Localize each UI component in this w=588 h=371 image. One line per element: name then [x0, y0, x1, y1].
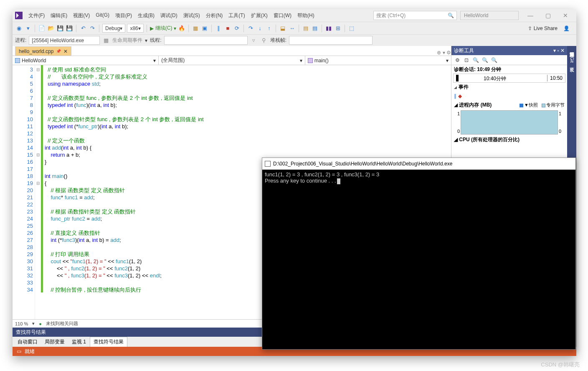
fold-column[interactable]: ⊟⊟⊟: [35, 65, 41, 319]
menu-item[interactable]: 编辑(E): [48, 11, 70, 20]
pause-icon[interactable]: ∥: [215, 25, 222, 32]
console-icon: [265, 161, 271, 167]
events-header[interactable]: 事件: [451, 83, 567, 91]
bottom-tab[interactable]: 查找符号结果: [90, 337, 127, 347]
menu-item[interactable]: 分析(N): [203, 11, 226, 20]
solution-name-box: HelloWorld: [460, 11, 519, 20]
vs-logo-icon: [15, 12, 23, 19]
tb-icon-c[interactable]: ▤: [302, 25, 309, 32]
maximize-button[interactable]: ▢: [540, 11, 556, 20]
console-title-bar[interactable]: D:\002_Project\006_Visual_Studio\HelloWo…: [262, 158, 575, 170]
pause-icon: ∥: [454, 93, 456, 99]
status-text: 就绪: [25, 348, 35, 355]
menu-item[interactable]: 调试(D): [158, 11, 180, 20]
tab-overflow[interactable]: ⊕ ▾ ⚙: [437, 50, 451, 56]
undo-icon[interactable]: ↶: [79, 25, 87, 32]
memory-header[interactable]: ◢ 进程内存 (MB) ▼快照 专用字节: [451, 101, 567, 109]
standard-toolbar: ◉ ▾ 📄 📂 💾 💾 ↶ ↷ Debug ▾ x86 ▾ ▶ 继续(C) ▾ …: [13, 22, 576, 34]
console-window[interactable]: D:\002_Project\006_Visual_Studio\HelloWo…: [262, 158, 576, 350]
nav-project[interactable]: HelloWorld▾: [13, 56, 159, 65]
diag-toolbar: ⚙ ⊡ 🔍 🔍 🔍: [451, 55, 567, 65]
hot-reload-icon[interactable]: 🔥: [178, 25, 185, 32]
tb-icon-a[interactable]: ⬓: [279, 25, 286, 32]
zoom-fit-icon[interactable]: 🔍: [491, 57, 497, 64]
menu-item[interactable]: 项目(P): [113, 11, 134, 20]
pin-icon[interactable]: 📌: [56, 49, 61, 53]
no-issues-icon: ●: [39, 321, 42, 326]
tb-icon-e[interactable]: ▮▮: [325, 25, 332, 32]
process-label: 进程:: [15, 37, 26, 44]
tb-icon-d[interactable]: ▤: [311, 25, 319, 32]
zoom-reset-icon[interactable]: ⊡: [463, 57, 470, 64]
menu-item[interactable]: 视图(V): [71, 11, 92, 20]
bottom-tab[interactable]: 自动窗口: [14, 337, 41, 347]
share-icon: ⇪: [528, 25, 532, 31]
process-combo[interactable]: [25564] HelloWorld.exe: [29, 36, 100, 45]
menu-item[interactable]: 工具(T): [226, 11, 247, 20]
new-file-icon[interactable]: 📄: [38, 25, 46, 32]
save-icon[interactable]: 💾: [56, 25, 64, 32]
continue-button[interactable]: ▶ 继续(C) ▾: [150, 25, 177, 32]
open-icon[interactable]: 📂: [47, 25, 55, 32]
redo-icon[interactable]: ↷: [89, 25, 96, 32]
menu-bar: 文件(F)编辑(E)视图(V)Git(G)项目(P)生成(B)调试(D)测试(S…: [13, 9, 576, 22]
menu-item[interactable]: 文件(F): [26, 11, 47, 20]
chevron-down-icon[interactable]: ▾: [24, 25, 32, 32]
platform-combo[interactable]: x86 ▾: [127, 24, 143, 33]
thread-combo[interactable]: [164, 36, 248, 45]
thread-icon[interactable]: ⚲: [260, 37, 268, 44]
menu-item[interactable]: Git(G): [93, 11, 112, 20]
tb-icon-g[interactable]: ⬚: [348, 25, 355, 32]
stackframe-combo[interactable]: [289, 36, 373, 45]
save-all-icon[interactable]: 💾: [66, 25, 73, 32]
console-output: func1(1, 2) = 3 , func2(1, 2) = 3 , func…: [262, 170, 575, 349]
menu-item[interactable]: 测试(S): [181, 11, 203, 20]
zoom-in-icon[interactable]: 🔍: [482, 57, 488, 64]
menu-item[interactable]: 帮助(H): [295, 11, 317, 20]
live-share-button[interactable]: ⇪ Live Share 👤: [524, 25, 574, 31]
account-icon[interactable]: 👤: [563, 25, 570, 31]
line-gutter: 3456789101112131415161718192021222324252…: [13, 65, 35, 319]
menu-item[interactable]: 窗口(W): [271, 11, 294, 20]
diag-session-label: 诊断会话: 10:49 分钟: [451, 65, 567, 74]
tab-hello-world[interactable]: hello_world.cpp 📌 ✕: [15, 46, 71, 56]
step-over-icon[interactable]: ↷: [247, 25, 254, 32]
diag-time-ruler[interactable]: 10:40分钟 10:50: [453, 74, 565, 83]
window-controls[interactable]: — ▢ ✕: [522, 11, 574, 20]
search-input[interactable]: 搜索 (Ctrl+Q) 🔍: [373, 11, 457, 20]
nav-scope[interactable]: (全局范围)▾: [159, 56, 305, 65]
diag-title-bar[interactable]: 诊断工具 ▾ ▫ ✕: [451, 46, 567, 55]
bottom-tab[interactable]: 监视 1: [68, 337, 89, 347]
zoom-out-icon[interactable]: 🔍: [472, 57, 479, 64]
search-icon: 🔍: [448, 13, 454, 18]
menu-item[interactable]: 生成(B): [135, 11, 157, 20]
thread-label: 线程:: [150, 37, 161, 44]
cpu-header[interactable]: ◢ CPU (所有处理器的百分比): [451, 135, 567, 144]
document-tabs: hello_world.cpp 📌 ✕ ⊕ ▾ ⚙: [13, 46, 451, 56]
nav-back-icon[interactable]: ◉: [15, 25, 23, 32]
lifecycle-label: 生命周期事件: [112, 37, 142, 44]
tb-icon-2[interactable]: ▣: [201, 25, 208, 32]
bottom-tab[interactable]: 局部变量: [41, 337, 68, 347]
main-menu[interactable]: 文件(F)编辑(E)视图(V)Git(G)项目(P)生成(B)调试(D)测试(S…: [26, 11, 317, 20]
gear-icon[interactable]: ⚙: [454, 57, 461, 64]
side-tab[interactable]: Git 更改: [569, 57, 575, 64]
flag-icon[interactable]: ▿: [250, 37, 258, 44]
status-icon: ▭: [17, 348, 21, 354]
restart-icon[interactable]: ⟳: [233, 25, 241, 32]
minimize-button[interactable]: —: [522, 11, 539, 20]
step-out-icon[interactable]: ↑: [265, 25, 273, 32]
step-into-icon[interactable]: ↓: [256, 25, 264, 32]
tb-icon-b[interactable]: ↔: [288, 25, 296, 32]
tb-icon-1[interactable]: ▦: [192, 25, 199, 32]
nav-member[interactable]: main()▾: [305, 56, 451, 65]
stop-icon[interactable]: ■: [224, 25, 231, 32]
debug-location-toolbar: 进程: [25564] HelloWorld.exe ▦ 生命周期事件▾ 线程:…: [13, 34, 576, 46]
lifecycle-icon[interactable]: ▦: [102, 37, 110, 44]
tb-icon-f[interactable]: ⊞: [334, 25, 342, 32]
zoom-level[interactable]: 110 %: [15, 321, 28, 326]
tab-close-icon[interactable]: ✕: [63, 48, 68, 54]
menu-item[interactable]: 扩展(X): [248, 11, 270, 20]
close-button[interactable]: ✕: [557, 11, 574, 20]
config-combo[interactable]: Debug ▾: [102, 24, 125, 33]
